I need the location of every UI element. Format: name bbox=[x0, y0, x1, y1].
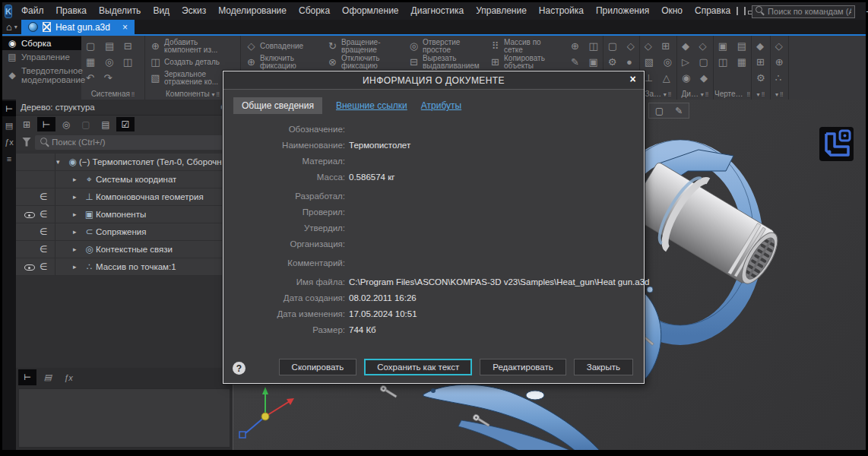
menu-item[interactable]: Настройка bbox=[533, 2, 590, 20]
dialog-tab[interactable]: Общие сведения bbox=[233, 97, 322, 114]
group-caret-icon[interactable]: ▾ bbox=[757, 91, 760, 98]
ribbon-panel-tab[interactable]: ◆ Твердотельное моделирование bbox=[2, 64, 81, 87]
side-strip-icon[interactable]: ▤ bbox=[2, 118, 16, 133]
ribbon-command[interactable]: ⠿ Массив по сетке bbox=[489, 38, 562, 54]
component-preview-icon[interactable] bbox=[819, 127, 854, 161]
dialog-button[interactable]: Сохранить как текст bbox=[364, 359, 472, 375]
group-pin-icon[interactable]: ‼ bbox=[216, 90, 220, 98]
group-pin-icon[interactable]: ‼ bbox=[762, 90, 765, 98]
tree-search-input[interactable] bbox=[35, 135, 230, 150]
tab-close-icon[interactable]: × bbox=[122, 22, 128, 33]
command-search-input[interactable] bbox=[752, 5, 855, 18]
group-pin-icon[interactable]: ‼ bbox=[131, 90, 135, 98]
menu-item[interactable]: Правка bbox=[49, 2, 93, 20]
tree-item[interactable]: ▸ ⌖ Системы координат bbox=[16, 171, 232, 188]
expand-arrow-icon[interactable]: ▾ bbox=[56, 158, 66, 166]
tree-item[interactable]: ∈ ▸ ⊥ Компоновочная геометрия bbox=[16, 188, 232, 206]
icon-grid[interactable]: ◆ ⊞ ⚙ bbox=[756, 38, 765, 86]
side-strip-icon[interactable]: ƒx bbox=[2, 135, 16, 150]
home-caret-icon[interactable]: ▾ bbox=[14, 24, 17, 30]
home-tab-button[interactable]: ⌂ ▾ bbox=[2, 20, 21, 34]
dialog-button[interactable]: Редактировать bbox=[480, 359, 565, 375]
group-pin-icon[interactable]: ‼ bbox=[705, 90, 709, 98]
ribbon-command[interactable]: ↻ Вращение-вращение bbox=[327, 38, 399, 54]
dialog-tab[interactable]: Атрибуты bbox=[421, 100, 461, 111]
group-pin-icon[interactable]: ‼ bbox=[746, 90, 750, 98]
ribbon-command[interactable]: ⊞ Копировать объекты bbox=[489, 54, 562, 70]
help-icon[interactable]: ? bbox=[233, 362, 246, 375]
menu-item[interactable]: Приложения bbox=[590, 2, 655, 20]
menu-item[interactable]: Справка bbox=[689, 2, 737, 20]
expand-arrow-icon[interactable]: ▸ bbox=[73, 263, 83, 271]
icon-grid[interactable]: ◆ ◇ ▷ ▢ ◉ ◆ bbox=[682, 38, 708, 86]
icon-grid[interactable]: ◇ ⊞ ▧ ◎ ⊥ △ bbox=[645, 38, 672, 86]
ribbon-icon-group[interactable]: ◇ ⊞ ▧ ◎ ⊥ △ За… ▾‼ bbox=[640, 36, 677, 100]
menu-item[interactable]: Управление bbox=[470, 2, 533, 20]
ribbon-command[interactable]: ⊗ Отключить фиксацию bbox=[327, 54, 399, 70]
dialog-title-bar[interactable]: ИНФОРМАЦИЯ О ДОКУМЕНТЕ × bbox=[223, 71, 644, 90]
group-caret-icon[interactable]: ▾ bbox=[211, 91, 214, 98]
secondary-panel-tab[interactable]: ▤ bbox=[39, 369, 57, 385]
ribbon-icon-group[interactable]: ◆ ⊞ ⚙ ▾‼ bbox=[752, 36, 771, 100]
tree-toolbar-icon[interactable]: ▤ bbox=[97, 117, 115, 131]
expand-arrow-icon[interactable]: ▸ bbox=[73, 193, 83, 201]
secondary-panel-tab[interactable]: ⊢ bbox=[18, 369, 36, 385]
tree-item[interactable]: ▾ ◉ (−) Термопистолет (Тел-0, Сборочных bbox=[16, 154, 232, 171]
menu-item[interactable]: Выделить bbox=[93, 2, 147, 20]
new-window-icon[interactable] bbox=[737, 7, 738, 15]
ribbon-icon-group[interactable]: ▣ ▤ ◫ ▦ Черте… ‼ bbox=[714, 36, 752, 100]
secondary-panel-tab[interactable]: ƒx bbox=[59, 369, 78, 385]
side-strip-icon[interactable]: ≡ bbox=[2, 151, 16, 166]
menu-item[interactable]: Сборка bbox=[293, 2, 336, 20]
menu-item[interactable]: Оформление bbox=[336, 2, 404, 20]
menu-item[interactable]: Вид bbox=[147, 2, 176, 20]
expand-arrow-icon[interactable]: ▸ bbox=[73, 176, 83, 183]
tree-item[interactable]: ∈ ▸ ⊂ Сопряжения bbox=[16, 223, 232, 241]
ribbon-icon-group[interactable]: ◇ ⊕ ∴ ▾‼ bbox=[771, 36, 789, 100]
dialog-tab[interactable]: Внешние ссылки bbox=[336, 100, 407, 111]
expand-arrow-icon[interactable]: ▸ bbox=[73, 245, 83, 253]
app-logo-icon[interactable]: K bbox=[5, 5, 12, 18]
group-pin-icon[interactable]: ‼ bbox=[668, 90, 672, 98]
tree-item[interactable]: ∈ ▸ ▣ Компоненты bbox=[16, 206, 232, 223]
visibility-eye-icon[interactable] bbox=[24, 264, 35, 271]
filter-funnel-icon[interactable] bbox=[22, 138, 31, 147]
ribbon-panel-tab[interactable]: ◉ Сборка bbox=[2, 36, 81, 50]
system-group-icons[interactable]: ▢ ▤ ⊟ ▦ ◎ ◫ ↶ ↷ bbox=[86, 38, 140, 86]
ribbon-command[interactable]: ⊕ Включить фиксацию bbox=[246, 54, 318, 70]
visibility-eye-icon[interactable] bbox=[24, 212, 35, 218]
dialog-button[interactable]: Закрыть bbox=[574, 359, 633, 375]
menu-item[interactable]: Эскиз bbox=[176, 2, 212, 20]
screenshot-icon[interactable] bbox=[744, 7, 746, 15]
document-tab-active[interactable]: Heat gun.a3d × bbox=[21, 20, 135, 34]
expand-arrow-icon[interactable]: ▸ bbox=[73, 228, 83, 236]
tree-toolbar-icon[interactable]: ◎ bbox=[57, 117, 75, 131]
group-pin-icon[interactable]: ‼ bbox=[780, 90, 784, 98]
ribbon-panel-tab[interactable]: ▤ Управление bbox=[2, 50, 81, 64]
menu-item[interactable]: Диагностика bbox=[405, 2, 470, 20]
ribbon-command[interactable]: ⊕ Добавить компонент из... bbox=[150, 38, 236, 54]
ribbon-icon-group[interactable]: ◆ ◇ ▷ ▢ ◉ ◆ Ди… ▾‼ bbox=[677, 36, 714, 100]
menu-item[interactable]: Файл bbox=[15, 2, 50, 20]
frame-select-icon[interactable]: ▢ bbox=[655, 106, 664, 116]
ribbon-command[interactable]: ◫ Создать деталь bbox=[150, 54, 236, 70]
ribbon-command[interactable]: ◇ Совпадение bbox=[246, 38, 318, 54]
menu-item[interactable]: Моделирование bbox=[212, 2, 293, 20]
ribbon-command[interactable]: ◎ Отверстие простое bbox=[408, 38, 480, 54]
icon-grid[interactable]: ▣ ▤ ◫ ▦ bbox=[718, 38, 746, 70]
icon-grid[interactable]: ◇ ⊕ ∴ bbox=[775, 38, 784, 86]
group-caret-icon[interactable]: ▾ bbox=[664, 91, 667, 98]
eyedropper-icon[interactable]: ✎ bbox=[675, 106, 683, 116]
dialog-button[interactable]: Скопировать bbox=[279, 359, 357, 375]
dialog-close-icon[interactable]: × bbox=[629, 73, 636, 85]
tree-item[interactable]: ∈ ▸ ∴ Массив по точкам:1 bbox=[16, 258, 232, 276]
tree-toolbar-icon[interactable]: ☑ bbox=[116, 117, 135, 131]
group-caret-icon[interactable]: ▾ bbox=[701, 91, 704, 98]
tree-toolbar-icon[interactable]: ⊢ bbox=[37, 117, 55, 131]
expand-arrow-icon[interactable]: ▸ bbox=[73, 211, 83, 218]
group-caret-icon[interactable]: ▾ bbox=[775, 91, 778, 98]
menu-item[interactable]: Окно bbox=[655, 2, 689, 20]
tree-toolbar-icon[interactable]: ▢ bbox=[77, 117, 95, 131]
side-strip-icon[interactable]: ⊢ bbox=[2, 101, 16, 116]
tree-item[interactable]: ∈ ▸ ◎ Контекстные связи bbox=[16, 241, 232, 258]
